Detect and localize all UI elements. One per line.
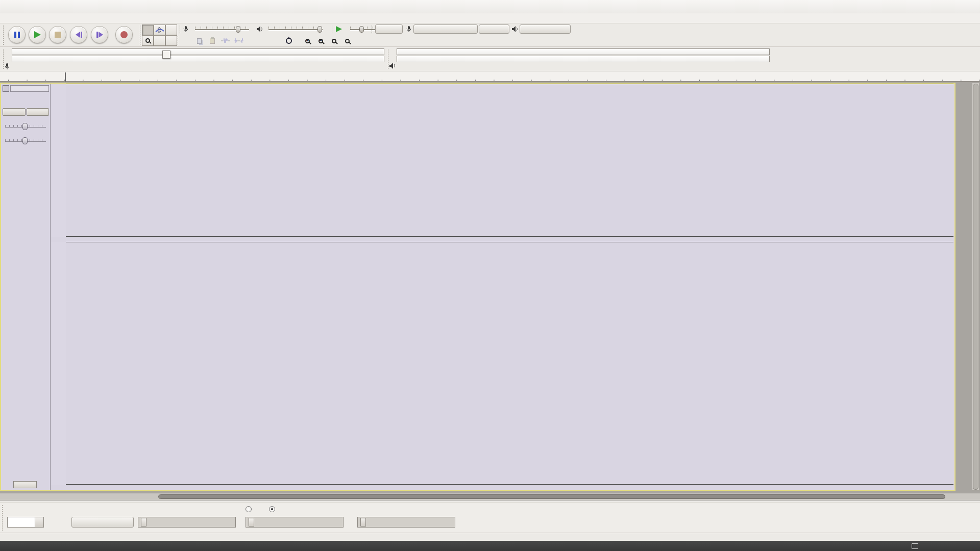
taskbar [0,541,980,551]
mixer-toolbar-grip[interactable] [179,25,181,34]
playback-speed-thumb[interactable] [359,26,364,33]
recording-volume-thumb[interactable] [236,26,240,33]
output-device-speaker-icon [511,26,519,32]
snap-to-select[interactable] [71,517,134,528]
trim-audio-icon [221,37,230,44]
output-device-select[interactable] [520,24,571,34]
transport-toolbar-grip[interactable] [2,25,5,45]
cut-button[interactable] [180,36,192,46]
envelope-tool-button[interactable] [154,24,165,35]
audio-position-field[interactable] [357,517,455,528]
paste-button[interactable] [206,36,218,46]
taskbar-menu-button[interactable] [2,541,11,551]
skip-to-start-button[interactable] [70,26,87,43]
vertical-scrollbar-thumb[interactable] [973,84,978,490]
dropdown-icon[interactable] [141,518,146,527]
horizontal-scrollbar-thumb[interactable] [158,494,945,499]
silence-audio-button[interactable] [233,36,245,46]
selection-duration-radio[interactable] [269,506,275,512]
playback-meter-speaker-icon[interactable] [389,63,396,69]
close-button[interactable] [970,4,976,10]
track-collapse-button[interactable] [13,481,37,488]
draw-tool-button[interactable] [165,24,177,35]
multi-tool-button[interactable] [165,35,177,46]
track-name-menu[interactable] [10,85,49,92]
recording-volume-slider[interactable] [191,24,253,34]
selection-start-field[interactable] [138,517,236,528]
pan-slider[interactable] [4,133,47,145]
titlebar[interactable] [0,0,980,13]
selection-toolbar-grip[interactable] [1,505,4,531]
dropdown-icon[interactable] [249,518,254,527]
pan-thumb[interactable] [22,137,28,144]
fit-selection-button[interactable] [328,36,340,46]
track-close-button[interactable] [3,85,9,92]
record-button[interactable] [115,26,133,43]
gain-thumb[interactable] [22,123,28,130]
vertical-scrollbar[interactable] [972,83,979,491]
status-bar [0,533,980,541]
playback-volume-thumb[interactable] [317,26,322,33]
menubar [0,13,980,23]
recording-meter-bar-left [12,48,384,55]
timeshift-tool-button[interactable] [154,35,165,46]
playback-meter-bar-left [397,48,770,55]
recording-meter-bar-right [12,56,384,62]
fit-project-button[interactable] [341,36,353,46]
project-rate-select[interactable] [7,517,44,528]
dropdown-icon[interactable] [360,518,366,527]
input-channels-select[interactable] [479,24,509,34]
play-at-speed-button[interactable] [336,26,342,32]
zoom-in-button[interactable]: + [301,36,313,46]
record-icon [120,31,128,38]
tools-toolbar-grip[interactable] [139,25,141,45]
recording-meter[interactable] [2,47,386,71]
zoom-toggle-button[interactable] [283,36,295,46]
zoom-tool-button[interactable] [142,35,154,46]
stop-button[interactable] [49,26,66,43]
pause-icon [14,32,20,38]
horizontal-scrollbar[interactable] [0,493,980,500]
selection-end-radio[interactable] [246,506,252,512]
gain-slider[interactable] [4,118,47,131]
recording-meter-mic-icon[interactable] [4,63,10,70]
play-button[interactable] [29,26,46,43]
playback-meter[interactable] [387,47,772,71]
monitoring-tooltip[interactable] [162,51,170,59]
audio-track [0,83,955,491]
selection-duration-field[interactable] [246,517,344,528]
maximize-button[interactable] [952,4,959,10]
spectrogram-channel-2[interactable] [66,242,953,485]
redo-button[interactable] [264,36,277,46]
playhead-cursor[interactable] [65,72,66,82]
transcription-toolbar-grip[interactable] [331,25,333,34]
device-toolbar-grip[interactable] [371,25,373,34]
edit-toolbar-grip[interactable] [177,36,179,45]
copy-button[interactable] [193,36,205,46]
channel-divider [51,237,953,242]
magnifier-icon [145,38,150,43]
mute-button[interactable] [3,108,26,116]
playback-volume-slider[interactable] [264,24,327,34]
skip-to-end-button[interactable] [91,26,108,43]
selection-tool-button[interactable] [142,24,154,35]
show-desktop-button[interactable] [912,543,918,549]
timeline-ruler[interactable] [0,71,980,82]
input-device-mic-icon [406,26,412,33]
project-rate-value[interactable] [7,517,35,528]
track-control-panel[interactable] [1,84,51,490]
pause-button[interactable] [8,26,26,43]
solo-button[interactable] [27,108,49,116]
dropdown-icon[interactable] [35,517,44,528]
trim-audio-button[interactable] [219,36,232,46]
frequency-ruler-channel-2 [51,242,66,485]
edit-toolbar: + − [180,36,353,46]
stopwatch-icon [286,38,292,44]
minimize-button[interactable] [935,4,941,10]
spectrogram-channel-1[interactable] [66,84,953,237]
skip-end-icon [96,32,103,38]
input-device-select[interactable] [413,24,478,34]
undo-button[interactable] [251,36,263,46]
audio-host-select[interactable] [375,24,403,34]
zoom-out-button[interactable]: − [314,36,327,46]
